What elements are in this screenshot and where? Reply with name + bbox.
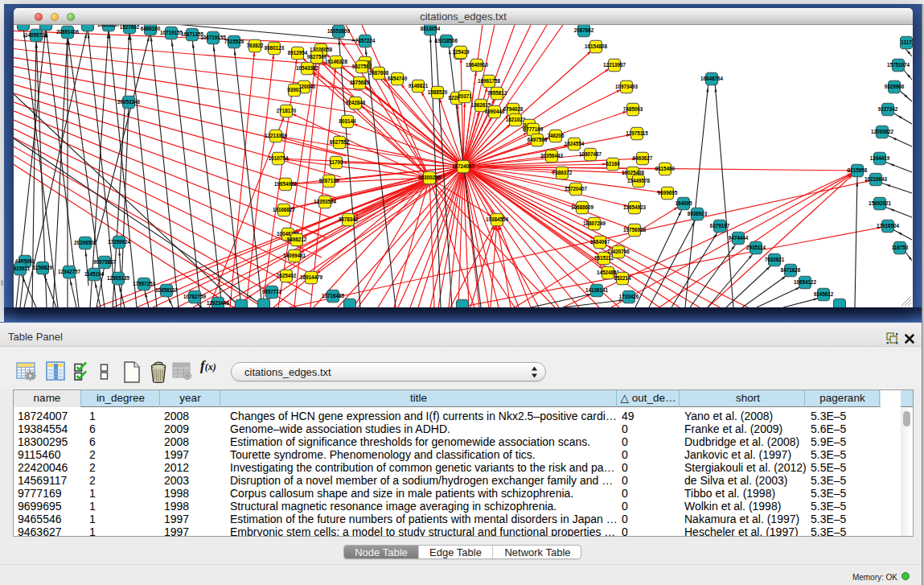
- svg-text:16961758: 16961758: [478, 78, 501, 84]
- svg-text:1010754: 1010754: [269, 155, 289, 161]
- svg-text:16648764: 16648764: [700, 76, 724, 81]
- svg-text:19756928: 19756928: [623, 227, 647, 233]
- svg-text:90975887: 90975887: [93, 259, 117, 265]
- svg-text:16154808: 16154808: [585, 43, 608, 49]
- svg-text:10543382: 10543382: [296, 65, 319, 71]
- svg-text:16210643: 16210643: [864, 176, 888, 182]
- svg-text:10973493: 10973493: [615, 84, 639, 89]
- svg-text:9329966: 9329966: [885, 84, 905, 89]
- svg-text:1244419: 1244419: [870, 155, 890, 161]
- svg-text:18724007: 18724007: [452, 163, 475, 169]
- svg-text:13654923: 13654923: [623, 204, 647, 210]
- svg-text:10807487: 10807487: [579, 151, 602, 157]
- svg-text:18146328: 18146328: [325, 59, 348, 64]
- svg-text:13716485: 13716485: [322, 293, 345, 299]
- svg-text:8454749: 8454749: [388, 76, 408, 81]
- svg-text:3915911: 3915911: [14, 266, 31, 271]
- svg-text:106719155: 106719155: [200, 35, 226, 40]
- svg-text:8660123: 8660123: [265, 45, 285, 51]
- svg-text:18300295: 18300295: [418, 175, 441, 180]
- svg-text:10688609: 10688609: [571, 204, 594, 210]
- svg-text:7357224: 7357224: [355, 38, 376, 43]
- svg-text:116753: 116753: [892, 245, 909, 250]
- svg-text:3875685: 3875685: [350, 80, 370, 85]
- svg-text:1615112: 1615112: [594, 255, 614, 261]
- svg-text:1733426: 1733426: [619, 294, 639, 299]
- svg-text:12213987: 12213987: [603, 62, 626, 68]
- svg-text:13449578: 13449578: [627, 178, 651, 183]
- svg-text:9484067: 9484067: [590, 239, 610, 245]
- svg-text:93901: 93901: [287, 87, 302, 93]
- svg-text:12975115: 12975115: [626, 130, 648, 136]
- svg-text:9827508: 9827508: [352, 64, 372, 69]
- svg-text:8027552: 8027552: [330, 139, 350, 145]
- svg-text:18640910: 18640910: [466, 62, 489, 68]
- svg-text:14055724: 14055724: [25, 32, 48, 38]
- svg-text:15751074: 15751074: [887, 62, 910, 68]
- svg-text:19218506: 19218506: [435, 38, 458, 43]
- svg-text:9146821: 9146821: [409, 83, 429, 89]
- svg-text:12093822: 12093822: [871, 129, 894, 134]
- svg-text:14099481: 14099481: [283, 253, 306, 258]
- svg-text:16914479: 16914479: [300, 274, 323, 280]
- svg-text:17957253: 17957253: [133, 281, 156, 286]
- svg-text:10782759: 10782759: [183, 294, 207, 299]
- svg-text:9115460: 9115460: [655, 166, 676, 171]
- svg-text:20371: 20371: [458, 93, 472, 99]
- svg-text:18807249: 18807249: [583, 220, 606, 226]
- svg-text:12213369: 12213369: [265, 133, 288, 138]
- svg-text:1145194: 1145194: [84, 271, 105, 277]
- svg-text:14136141: 14136141: [585, 287, 609, 293]
- svg-text:6379197: 6379197: [710, 223, 730, 229]
- svg-text:9777169: 9777169: [524, 126, 544, 132]
- svg-text:6990443: 6990443: [485, 109, 505, 114]
- svg-text:1117: 1117: [901, 39, 912, 45]
- svg-text:9227342: 9227342: [878, 106, 898, 112]
- svg-text:20206508: 20206508: [74, 240, 97, 245]
- svg-text:9242848: 9242848: [346, 100, 366, 105]
- svg-text:252214: 252214: [614, 275, 631, 281]
- svg-text:9245612: 9245612: [814, 291, 834, 297]
- svg-text:8267130: 8267130: [319, 178, 339, 183]
- svg-text:10654122: 10654122: [794, 279, 817, 285]
- svg-text:763822: 763822: [246, 43, 264, 48]
- svg-text:7386372: 7386372: [552, 170, 573, 175]
- svg-text:7485003: 7485003: [623, 106, 643, 112]
- svg-text:125419: 125419: [452, 49, 470, 55]
- svg-text:1621022: 1621022: [506, 117, 526, 122]
- svg-text:7632621: 7632621: [765, 257, 785, 262]
- svg-text:8813054: 8813054: [421, 26, 441, 31]
- svg-text:803144: 803144: [339, 118, 356, 124]
- svg-text:9474444: 9474444: [729, 235, 749, 241]
- svg-text:1588520: 1588520: [428, 89, 448, 95]
- svg-text:10653267: 10653267: [97, 25, 121, 27]
- svg-text:15692921: 15692921: [869, 200, 892, 206]
- svg-text:19654982: 19654982: [274, 181, 298, 187]
- svg-text:7625402: 7625402: [277, 273, 297, 278]
- svg-text:12353594: 12353594: [314, 199, 337, 204]
- svg-text:12923446: 12923446: [207, 300, 230, 306]
- svg-text:19166827: 19166827: [273, 207, 296, 212]
- svg-text:1156829: 1156829: [33, 265, 53, 270]
- svg-text:11700: 11700: [329, 159, 343, 165]
- svg-text:10958107: 10958107: [155, 287, 179, 293]
- svg-text:1624554: 1624554: [565, 141, 585, 146]
- svg-text:2867608: 2867608: [369, 70, 389, 76]
- svg-text:10719155: 10719155: [160, 30, 183, 35]
- svg-text:20891406: 20891406: [56, 29, 80, 35]
- svg-text:1362615: 1362615: [471, 102, 491, 108]
- svg-text:9657771: 9657771: [262, 289, 282, 295]
- svg-text:17016504: 17016504: [877, 223, 900, 229]
- svg-text:6497508: 6497508: [528, 137, 548, 142]
- svg-text:3878342: 3878342: [339, 216, 359, 222]
- svg-text:2087662: 2087662: [574, 27, 594, 33]
- svg-text:19384554: 19384554: [486, 216, 509, 222]
- svg-text:7955812: 7955812: [487, 90, 507, 96]
- svg-text:7515526: 7515526: [224, 39, 244, 44]
- svg-text:3215958: 3215958: [848, 167, 868, 173]
- svg-text:16053809: 16053809: [327, 28, 351, 34]
- svg-text:1527602: 1527602: [120, 25, 140, 30]
- svg-text:8471626: 8471626: [781, 267, 801, 273]
- svg-text:11420746: 11420746: [607, 249, 630, 254]
- svg-text:164095: 164095: [675, 200, 692, 206]
